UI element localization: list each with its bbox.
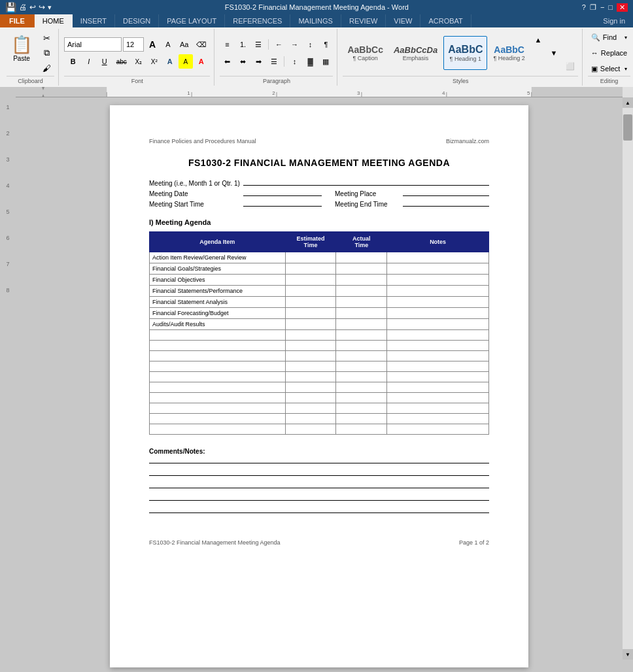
meeting-start-line xyxy=(243,206,322,207)
tab-page-layout[interactable]: PAGE LAYOUT xyxy=(159,14,225,27)
table-cell-notes xyxy=(387,263,489,275)
bullet-list-button[interactable]: ≡ xyxy=(220,37,234,52)
table-cell-item xyxy=(150,330,286,341)
decrease-indent-button[interactable]: ← xyxy=(271,37,286,52)
comments-section: Comments/Notes: xyxy=(149,448,489,513)
tab-acrobat[interactable]: ACROBAT xyxy=(420,14,471,27)
clipboard-group: 📋 Paste ✂ ⧉ 🖌 Clipboard xyxy=(3,29,59,86)
document-footer: FS1030-2 Financial Management Meeting Ag… xyxy=(149,539,489,546)
shading-button[interactable]: ▓ xyxy=(303,54,317,69)
clipboard-label: Clipboard xyxy=(7,76,54,84)
tab-mailings[interactable]: MAILINGS xyxy=(290,14,341,27)
copy-button[interactable]: ⧉ xyxy=(39,46,54,60)
grow-font-button[interactable]: A xyxy=(145,37,160,52)
tab-review[interactable]: REVIEW xyxy=(341,14,386,27)
tab-design[interactable]: DESIGN xyxy=(115,14,159,27)
underline-button[interactable]: U xyxy=(97,54,112,69)
scroll-up-button[interactable]: ▲ xyxy=(623,97,633,108)
table-cell-item: Financial Forecasting/Budget xyxy=(150,308,286,319)
align-center-button[interactable]: ⬌ xyxy=(235,54,250,69)
show-hide-button[interactable]: ¶ xyxy=(318,37,333,52)
subscript-button[interactable]: X₂ xyxy=(131,54,146,69)
table-cell-notes xyxy=(387,351,489,361)
maximize-button[interactable]: □ xyxy=(608,3,613,11)
font-group-label: Font xyxy=(64,76,210,84)
table-cell-est xyxy=(285,351,336,361)
style-caption[interactable]: AaBbCc ¶ Caption xyxy=(343,36,387,70)
line-spacing-button[interactable]: ↕ xyxy=(287,54,301,69)
tab-references[interactable]: REFERENCES xyxy=(225,14,290,27)
multilevel-list-button[interactable]: ☰ xyxy=(251,37,265,52)
format-painter-button[interactable]: 🖌 xyxy=(39,61,54,75)
scroll-down-button[interactable]: ▼ xyxy=(623,649,633,660)
font-size-selector[interactable]: 12 xyxy=(123,37,144,52)
cut-button[interactable]: ✂ xyxy=(39,31,54,45)
table-cell-act xyxy=(336,297,387,308)
document-page[interactable]: Finance Policies and Procedures Manual B… xyxy=(110,105,528,667)
italic-button[interactable]: I xyxy=(82,54,96,69)
vertical-scrollbar[interactable]: ▲ ▼ xyxy=(623,97,633,660)
svg-text:1: 1 xyxy=(187,90,190,96)
bold-button[interactable]: B xyxy=(66,54,80,69)
table-row: Financial Forecasting/Budget xyxy=(150,308,489,319)
restore-button[interactable]: ❐ xyxy=(590,3,596,12)
find-button[interactable]: 🔍 Find ▾ xyxy=(588,30,630,44)
styles-scroll-down[interactable]: ▼ xyxy=(547,46,561,60)
styles-expand[interactable]: ⬜ xyxy=(562,59,578,73)
highlight-button[interactable]: A xyxy=(179,54,193,69)
strikethrough-button[interactable]: abc xyxy=(113,54,130,69)
minimize-button[interactable]: − xyxy=(600,3,604,11)
clear-formatting-button[interactable]: ⌫ xyxy=(193,37,210,52)
tab-insert[interactable]: INSERT xyxy=(73,14,115,27)
align-left-button[interactable]: ⬅ xyxy=(220,54,234,69)
paragraph-group-label: Paragraph xyxy=(220,76,333,84)
tab-home[interactable]: HOME xyxy=(35,14,73,27)
style-heading1[interactable]: AaBbC ¶ Heading 1 xyxy=(443,36,487,70)
table-header-act: ActualTime xyxy=(336,232,387,252)
text-effect-button[interactable]: A xyxy=(163,54,177,69)
style-heading2[interactable]: AaBbC ¶ Heading 2 xyxy=(488,36,529,70)
align-right-button[interactable]: ➡ xyxy=(251,54,265,69)
footer-left: FS1030-2 Financial Management Meeting Ag… xyxy=(149,539,281,546)
shrink-font-button[interactable]: A xyxy=(161,37,175,52)
table-cell-item: Financial Statement Analysis xyxy=(150,297,286,308)
comments-label: Comments/Notes: xyxy=(149,448,489,455)
table-cell-item xyxy=(150,403,286,414)
increase-indent-button[interactable]: → xyxy=(287,37,301,52)
table-cell-notes xyxy=(387,275,489,286)
borders-button[interactable]: ▦ xyxy=(318,54,333,69)
select-button[interactable]: ▣ Select ▾ xyxy=(588,61,630,76)
paste-button[interactable]: 📋 Paste xyxy=(7,30,37,67)
help-button[interactable]: ? xyxy=(582,3,586,11)
sort-button[interactable]: ↕ xyxy=(303,37,317,52)
table-row xyxy=(150,403,489,414)
style-emphasis[interactable]: AaBbCcDa Emphasis xyxy=(389,36,442,70)
meeting-date-label: Meeting Date xyxy=(149,190,241,197)
tab-file[interactable]: FILE xyxy=(0,14,35,27)
font-name-selector[interactable]: Arial xyxy=(64,37,122,52)
sign-in-button[interactable]: Sign in xyxy=(595,14,633,27)
scroll-track[interactable] xyxy=(623,108,633,649)
table-row xyxy=(150,361,489,372)
tab-view[interactable]: VIEW xyxy=(386,14,420,27)
svg-rect-1 xyxy=(107,87,532,97)
replace-button[interactable]: ↔ Replace xyxy=(588,46,630,60)
table-row: Financial Goals/Strategies xyxy=(150,263,489,275)
change-case-button[interactable]: Aa xyxy=(177,37,192,52)
ruler: 1 2 3 4 5 xyxy=(0,87,633,97)
table-cell-act xyxy=(336,351,387,361)
table-cell-act xyxy=(336,393,387,403)
styles-scroll-up[interactable]: ▲ xyxy=(531,33,545,47)
table-row xyxy=(150,424,489,435)
justify-button[interactable]: ☰ xyxy=(267,54,281,69)
table-cell-notes xyxy=(387,372,489,382)
font-color-button[interactable]: A xyxy=(194,54,209,69)
table-cell-notes xyxy=(387,424,489,435)
table-cell-notes xyxy=(387,330,489,341)
scroll-thumb[interactable] xyxy=(623,114,632,141)
superscript-button[interactable]: X² xyxy=(147,54,162,69)
close-button[interactable]: ✕ xyxy=(617,3,628,12)
search-icon: 🔍 xyxy=(591,33,600,42)
number-list-button[interactable]: 1. xyxy=(235,37,250,52)
meeting-row-1: Meeting (i.e., Month 1 or Qtr. 1) xyxy=(149,180,489,187)
